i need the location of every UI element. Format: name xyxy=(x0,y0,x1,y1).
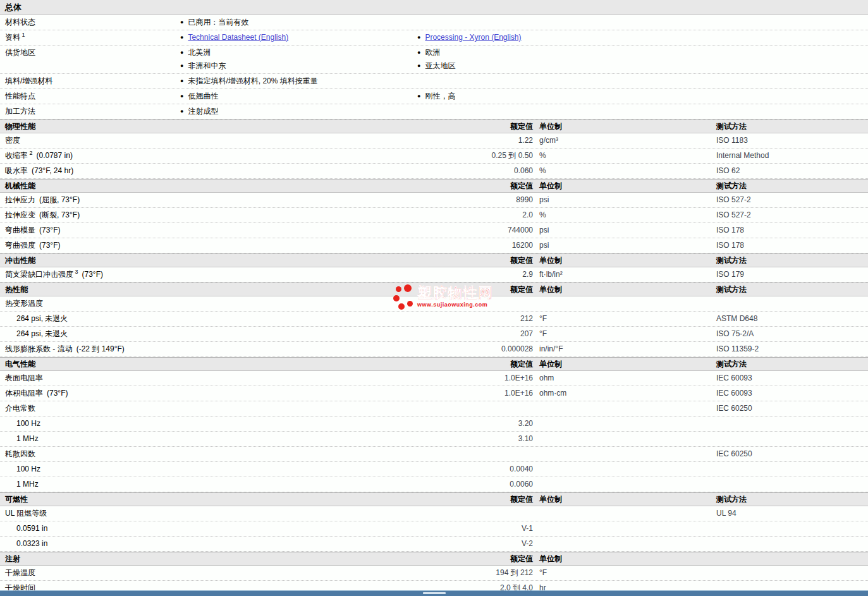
test-method-cell xyxy=(711,537,868,551)
general-row: 供货地区●北美洲●非洲和中东●欧洲●亚太地区 xyxy=(0,46,868,74)
bulleted-item-label: 刚性，高 xyxy=(425,92,455,100)
rated-value-cell: 0.0040 xyxy=(436,462,534,477)
bullet-icon: ● xyxy=(180,90,183,103)
test-method-cell: ISO 178 xyxy=(711,223,868,238)
section-title: 机械性能 xyxy=(0,179,436,192)
bulleted-item-label: 非洲和中东 xyxy=(188,61,226,70)
unit-cell: g/cm³ xyxy=(534,133,711,148)
unit-cell xyxy=(534,521,711,536)
property-row: 干燥温度194 到 212°F xyxy=(0,566,868,581)
property-name: 表面电阻率 xyxy=(0,371,436,386)
property-name: 100 Hz xyxy=(0,417,436,431)
general-col1: ●Technical Datasheet (English) xyxy=(180,31,417,44)
section-header: 可燃性额定值单位制测试方法 xyxy=(0,492,868,506)
rated-value-cell: 2.0 xyxy=(436,208,534,222)
bulleted-item-label: 注射成型 xyxy=(188,107,218,116)
bulleted-item-label: 亚太地区 xyxy=(425,61,455,70)
section-header: 物理性能额定值单位制测试方法 xyxy=(0,119,868,133)
property-name: 264 psi, 未退火 xyxy=(0,312,436,326)
property-name: 耗散因数 xyxy=(0,447,436,461)
condition-note: (73°F) xyxy=(39,226,60,234)
property-row: 拉伸应变(断裂, 73°F)2.0%ISO 527-2 xyxy=(0,208,868,223)
rated-value-header: 额定值 xyxy=(436,493,534,506)
property-row: UL 阻燃等级UL 94 xyxy=(0,506,868,521)
test-method-header: 测试方法 xyxy=(711,120,868,133)
general-row-label: 填料/增强材料 xyxy=(0,75,180,88)
datasheet-link[interactable]: Technical Datasheet (English) xyxy=(188,33,288,42)
footnote-superscript: 3 xyxy=(73,269,78,275)
rated-value-cell xyxy=(436,296,534,311)
rated-value-cell xyxy=(436,447,534,461)
bullet-icon: ● xyxy=(417,46,420,59)
bottom-splitter-bar[interactable] xyxy=(0,590,868,596)
splitter-grip-icon[interactable] xyxy=(423,592,446,594)
unit-cell: % xyxy=(534,164,711,178)
general-row: 性能特点●低翘曲性●刚性，高 xyxy=(0,89,868,104)
bullet-icon: ● xyxy=(180,46,183,59)
test-method-cell: ISO 75-2/A xyxy=(711,327,868,341)
unit-cell xyxy=(534,462,711,477)
unit-cell xyxy=(534,296,711,311)
general-col1: ●北美洲●非洲和中东 xyxy=(180,46,417,73)
rated-value-cell: 0.0060 xyxy=(436,477,534,492)
unit-cell: ft·lb/in² xyxy=(534,267,711,282)
property-name: 1 MHz xyxy=(0,477,436,492)
property-row: 264 psi, 未退火207°FISO 75-2/A xyxy=(0,327,868,342)
bulleted-item: ●低翘曲性 xyxy=(180,90,417,103)
test-method-cell: IEC 60250 xyxy=(711,447,868,461)
unit-header: 单位制 xyxy=(534,283,711,296)
general-col1: ●低翘曲性 xyxy=(180,90,417,103)
rated-value-cell: 0.25 到 0.50 xyxy=(436,149,534,163)
property-sections-container: 物理性能额定值单位制测试方法密度1.22g/cm³ISO 1183收缩率 2(0… xyxy=(0,119,868,596)
property-name: 1 MHz xyxy=(0,432,436,446)
section-title: 可燃性 xyxy=(0,493,436,506)
bulleted-item-label: 未指定填料/增强材料, 20% 填料按重量 xyxy=(188,76,317,85)
property-row: 介电常数IEC 60250 xyxy=(0,401,868,417)
general-col2: ●欧洲●亚太地区 xyxy=(417,46,868,73)
property-name: 简支梁缺口冲击强度 3(73°F) xyxy=(0,267,436,282)
property-name: 吸水率(73°F, 24 hr) xyxy=(0,164,436,178)
rated-value-cell: 0.060 xyxy=(436,164,534,178)
bullet-icon: ● xyxy=(180,31,183,44)
unit-cell xyxy=(534,447,711,461)
property-name: 0.0591 in xyxy=(0,521,436,536)
general-row-label: 材料状态 xyxy=(0,16,180,29)
bulleted-item-label: 低翘曲性 xyxy=(188,92,218,100)
condition-note: (屈服, 73°F) xyxy=(39,195,80,204)
property-row: 热变形温度 xyxy=(0,296,868,312)
section-header: 注射额定值单位制 xyxy=(0,552,868,566)
property-name: 介电常数 xyxy=(0,401,436,416)
unit-cell xyxy=(534,537,711,551)
general-rows-container: 材料状态●已商用：当前有效资料 1●Technical Datasheet (E… xyxy=(0,15,868,119)
property-name: 264 psi, 未退火 xyxy=(0,327,436,341)
property-row: 100 Hz3.20 xyxy=(0,417,868,432)
section-header: 热性能额定值单位制测试方法 xyxy=(0,283,868,296)
unit-header: 单位制 xyxy=(534,358,711,370)
test-method-header: 测试方法 xyxy=(711,493,868,506)
test-method-cell: ISO 1183 xyxy=(711,133,868,148)
datasheet-link[interactable]: Processing - Xyron (English) xyxy=(425,33,521,42)
test-method-header: 测试方法 xyxy=(711,254,868,267)
bulleted-item-label: 北美洲 xyxy=(188,48,211,57)
test-method-cell: ISO 62 xyxy=(711,164,868,178)
test-method-cell xyxy=(711,417,868,431)
test-method-cell xyxy=(711,432,868,446)
property-row: 1 MHz0.0060 xyxy=(0,477,868,492)
rated-value-cell: 744000 xyxy=(436,223,534,238)
bulleted-item: ●刚性，高 xyxy=(417,90,868,103)
property-row: 0.0591 inV-1 xyxy=(0,521,868,537)
bullet-icon: ● xyxy=(180,16,183,29)
rated-value-cell: 2.9 xyxy=(436,267,534,282)
section-title: 热性能 xyxy=(0,283,436,296)
test-method-cell xyxy=(711,477,868,492)
unit-cell xyxy=(534,477,711,492)
test-method-header xyxy=(711,552,868,565)
condition-note: (0.0787 in) xyxy=(37,151,73,160)
condition-note: (73°F) xyxy=(82,270,103,279)
bulleted-item: ●北美洲 xyxy=(180,46,417,59)
bullet-icon: ● xyxy=(417,59,420,73)
rated-value-cell: 207 xyxy=(436,327,534,341)
bullet-icon: ● xyxy=(180,59,183,73)
unit-header: 单位制 xyxy=(534,120,711,133)
general-col1: ●已商用：当前有效 xyxy=(180,16,417,29)
